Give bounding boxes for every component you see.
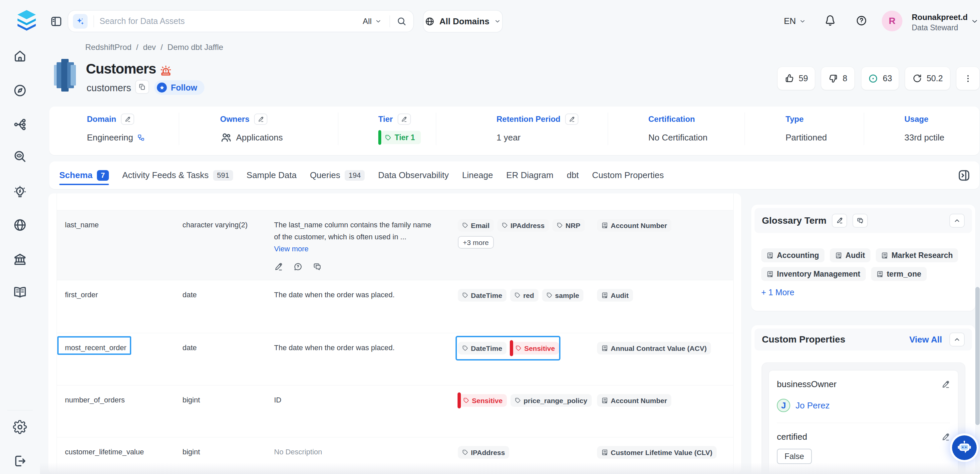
upvote-button[interactable]: 59 [778,67,815,90]
edit-glossary-terms-button[interactable] [832,214,847,227]
tag-pill[interactable]: DateTime [458,289,506,302]
sidebar-item-lineage[interactable] [13,117,27,132]
tag-pill[interactable]: DateTime [458,342,506,355]
sidebar-item-govern[interactable] [13,252,27,267]
tab-data-observability[interactable]: Data Observability [378,161,449,189]
column-name[interactable]: most_recent_order [57,333,183,385]
glossary-term-pill[interactable]: Audit [830,248,870,262]
tab-queries[interactable]: Queries 194 [310,161,365,189]
tab-custom-properties[interactable]: Custom Properties [592,161,663,189]
app-logo[interactable] [14,9,39,30]
tag-pill[interactable]: IPAddress [458,446,509,459]
domain-value[interactable]: Engineering [87,132,133,143]
tab-schema[interactable]: Schema 7 [59,161,109,189]
view-all-link[interactable]: View All [909,334,942,345]
edit-description-button[interactable] [274,262,283,271]
tab-dbt[interactable]: dbt [567,161,579,189]
collapse-glossary-card-button[interactable] [949,214,965,227]
tab-lineage[interactable]: Lineage [462,161,493,189]
follow-button[interactable]: Follow [154,80,204,95]
tab-sample-data[interactable]: Sample Data [247,161,296,189]
table-row-most-recent-order[interactable]: most_recent_order date The date when the… [57,333,733,385]
request-description-button[interactable] [293,262,302,271]
sidebar-item-logout[interactable] [13,454,27,468]
alert-siren-icon[interactable] [159,64,172,77]
column-name[interactable]: last_name [57,210,183,280]
view-more-link[interactable]: View more [274,243,453,255]
search-submit-button[interactable] [390,11,413,31]
tab-er-diagram[interactable]: ER Diagram [506,161,554,189]
sidebar-item-explore[interactable] [13,83,27,98]
tag-pill[interactable]: NRP [552,219,584,232]
glossary-pill[interactable]: Annual Contract Value (ACV) [597,342,711,355]
glossary-term-pill[interactable]: term_one [871,267,927,281]
glossary-term-pill[interactable]: Market Research [876,248,958,262]
glossary-pill[interactable]: Account Number [597,219,671,232]
expand-side-panel-button[interactable] [956,168,971,183]
glossary-term-pill[interactable]: Inventory Management [761,267,866,281]
breadcrumb-database[interactable]: dev [143,43,156,52]
owners-value[interactable]: Applications [236,132,283,143]
edit-domain-button[interactable] [121,113,134,125]
breadcrumb-schema[interactable]: Demo dbt Jaffle [167,43,223,52]
tag-pill[interactable]: price_range_policy [511,394,592,407]
tag-pill[interactable]: Email [458,219,494,232]
edit-retention-button[interactable] [565,113,578,125]
global-search-bar: All [68,10,414,32]
sidebar-item-home[interactable] [13,49,27,63]
column-name[interactable]: number_of_orders [57,385,183,437]
glossary-pill[interactable]: Account Number [597,394,671,407]
table-row-customer-lifetime-value[interactable]: customer_lifetime_value bigint No Descri… [57,437,733,474]
edit-tier-button[interactable] [398,113,411,125]
glossary-term-pill[interactable]: Accounting [761,248,824,262]
tag-pill[interactable]: IPAddress [498,219,549,232]
glossary-pill[interactable]: Audit [597,289,633,302]
more-tags-pill[interactable]: +3 more [458,236,494,249]
more-actions-button[interactable] [956,67,979,90]
help-button[interactable] [856,15,867,26]
glossary-label: Audit [611,292,629,299]
tab-activity-feeds[interactable]: Activity Feeds & Tasks 591 [122,161,233,189]
sidebar-item-insights[interactable] [13,185,27,199]
sidebar-item-glossary[interactable] [13,285,27,300]
table-row-number-of-orders[interactable]: number_of_orders bigint ID Sensitive pri… [57,385,733,437]
scrollbar-thumb[interactable] [975,287,980,425]
glossary-pill[interactable]: Customer Lifetime Value (CLV) [597,446,717,459]
collapse-custom-properties-button[interactable] [949,332,965,347]
glossary-conversation-button[interactable] [853,214,868,227]
sensitive-tag-pill[interactable]: Sensitive [511,342,559,355]
breadcrumb-service[interactable]: RedshiftProd [85,43,132,52]
usage-label: Usage [904,115,928,124]
copy-name-button[interactable] [135,80,149,94]
column-name[interactable]: first_order [57,280,183,333]
search-scope-dropdown[interactable]: All [363,17,382,26]
search-input[interactable] [94,16,363,26]
sidebar-collapse-button[interactable] [50,15,63,28]
chat-bot-button[interactable] [952,435,977,460]
ai-sparkle-icon[interactable] [73,14,88,29]
sidebar-item-domains[interactable] [13,218,27,232]
downvote-button[interactable]: 8 [821,67,854,90]
tier-badge[interactable]: Tier 1 [382,131,421,144]
notifications-button[interactable] [824,14,836,26]
sidebar-item-settings[interactable] [13,420,27,434]
property-value-user[interactable]: Jo Perez [795,401,830,411]
more-glossary-terms-link[interactable]: + 1 More [761,288,969,297]
tag-pill[interactable]: red [510,289,538,302]
edit-property-button[interactable] [941,380,950,389]
tag-pill[interactable]: sample [542,289,584,302]
edit-property-button[interactable] [941,433,950,441]
freshness-button[interactable]: 50.2 [905,67,950,90]
user-avatar[interactable]: R [882,11,902,31]
domain-selector[interactable]: All Domains [423,10,503,33]
sensitive-tag-pill[interactable]: Sensitive [459,394,507,407]
column-name[interactable]: customer_lifetime_value [57,437,183,474]
edit-owners-button[interactable] [254,113,267,125]
comments-button[interactable] [313,262,322,271]
language-selector[interactable]: EN [784,16,806,26]
sidebar-item-observability[interactable] [13,149,27,164]
user-menu-button[interactable] [970,17,978,25]
table-row-first-order[interactable]: first_order date The date when the order… [57,280,733,333]
table-row-last-name[interactable]: last_name character varying(2) The last_… [57,210,733,280]
views-button[interactable]: 63 [861,67,899,90]
